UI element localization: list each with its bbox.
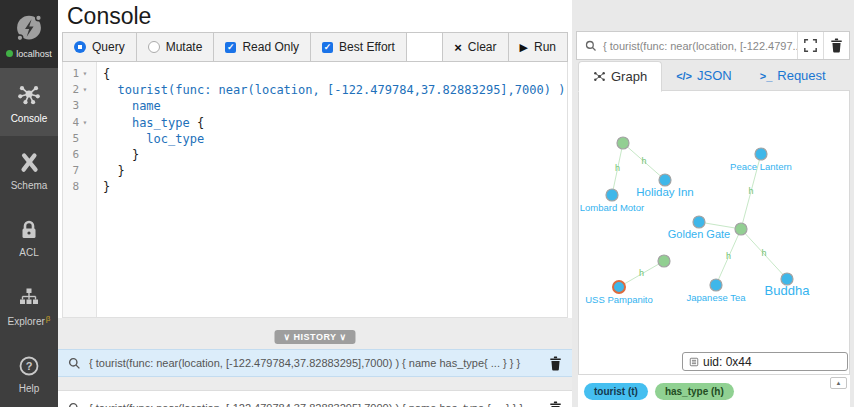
code-line[interactable]: 7 } [63, 163, 567, 179]
tab-graph[interactable]: Graph [578, 61, 662, 92]
result-query-bar: { tourist(func: near(location, [-122.479… [576, 31, 850, 60]
result-query-text: { tourist(func: near(location, [-122.479… [597, 40, 797, 52]
graph-node-g1[interactable] [617, 137, 629, 149]
svg-text:?: ? [26, 360, 33, 372]
code-text: name [96, 98, 161, 114]
graph-node-label: Japanese Tea [687, 292, 747, 303]
fold-marker-icon[interactable]: ▾ [79, 115, 91, 131]
code-text: tourist(func: near(location, [-122.47978… [96, 82, 568, 98]
code-text: has_type { [96, 115, 204, 131]
code-line[interactable]: 4▾ has_type { [63, 115, 567, 131]
page-title: Console [67, 3, 151, 30]
code-line[interactable]: 5 loc_type [63, 131, 567, 147]
lock-icon [17, 218, 41, 242]
legend-badge-has-type[interactable]: has_type (h) [655, 383, 734, 400]
result-tabs: Graph </> JSON >_ Request [578, 60, 850, 91]
graph-edge-label: h [639, 268, 644, 278]
code-text: } [96, 163, 125, 179]
sidebar: localhost Console [0, 0, 58, 407]
query-editor[interactable]: 1▾{2▾ tourist(func: near(location, [-122… [62, 62, 568, 318]
results-panel: { tourist(func: near(location, [-122.479… [576, 0, 854, 407]
line-number: 1▾ [63, 66, 96, 82]
graph-node-uss[interactable] [613, 281, 625, 293]
tab-json[interactable]: </> JSON [662, 61, 746, 91]
collapse-legend-button[interactable]: ▲ [830, 377, 847, 389]
query-toolbar: Query Mutate ✓ Read Only ✓ Best Effort ×… [62, 32, 568, 62]
graph-canvas: hhhhhhLombard MotorHoliday InnPeace Lant… [579, 91, 849, 374]
graph-node-label: Peace Lantern [730, 161, 792, 172]
tab-request[interactable]: >_ Request [746, 61, 840, 91]
dgraph-logo-icon [12, 10, 46, 44]
sidebar-item-acl[interactable]: ACL [0, 204, 58, 272]
code-line[interactable]: 1▾{ [63, 66, 567, 82]
best-effort-checkbox[interactable]: ✓ Best Effort [311, 33, 407, 61]
sidebar-item-label: Explorerβ [8, 314, 51, 327]
search-icon [68, 402, 81, 407]
sidebar-item-schema[interactable]: Schema [0, 136, 58, 204]
graph-node-peace[interactable] [755, 148, 767, 160]
sidebar-item-help[interactable]: ? Help [0, 340, 58, 407]
mutate-radio-button[interactable]: Mutate [137, 33, 215, 61]
console-graph-icon [15, 80, 43, 108]
trash-icon[interactable] [549, 401, 562, 407]
code-text: { [96, 66, 110, 82]
checkbox-checked-icon: ✓ [322, 42, 333, 53]
search-icon [585, 40, 597, 52]
run-play-icon: ▶ [520, 41, 528, 54]
explorer-tree-icon [17, 285, 41, 309]
query-radio-button[interactable]: Query [63, 33, 137, 61]
graph-viewport[interactable]: hhhhhhLombard MotorHoliday InnPeace Lant… [578, 90, 850, 375]
history-section: ∨ HISTORY ∨ { tourist(func: near(locatio… [58, 318, 572, 407]
line-number: 5 [63, 131, 96, 147]
read-only-checkbox[interactable]: ✓ Read Only [214, 33, 311, 61]
graph-node-label: Golden Gate [668, 228, 730, 240]
beta-badge: β [46, 314, 51, 323]
line-number: 7 [63, 163, 96, 179]
graph-edge-label: h [761, 248, 766, 258]
sidebar-item-explorer[interactable]: Explorerβ [0, 272, 58, 340]
trash-icon[interactable] [823, 32, 849, 59]
help-icon: ? [17, 354, 41, 378]
line-number: 2▾ [63, 82, 96, 98]
sidebar-item-localhost[interactable]: localhost [0, 0, 58, 68]
sidebar-item-label: Schema [11, 180, 48, 191]
code-text: loc_type [96, 131, 204, 147]
graph-edge-label: h [641, 156, 646, 166]
code-line[interactable]: 8} [63, 179, 567, 195]
trash-icon[interactable] [549, 356, 562, 371]
graph-node-label: Lombard Motor [580, 202, 644, 213]
graph-node-label: USS Pampanito [585, 294, 653, 305]
graph-node-lombard[interactable] [606, 189, 618, 201]
search-icon [68, 357, 81, 370]
graph-tab-icon [593, 70, 606, 83]
graph-node-holiday[interactable] [659, 174, 671, 186]
line-number: 3 [63, 98, 96, 114]
fold-marker-icon[interactable]: ▾ [79, 66, 91, 82]
run-button[interactable]: ▶ Run [509, 33, 567, 61]
history-item[interactable]: { tourist(func: near(location, [-122.479… [58, 349, 572, 377]
fold-marker-icon[interactable]: ▾ [79, 82, 91, 98]
graph-node-g2[interactable] [735, 223, 747, 235]
code-line[interactable]: 6 } [63, 147, 567, 163]
history-toggle-button[interactable]: ∨ HISTORY ∨ [274, 330, 355, 344]
sidebar-item-console[interactable]: Console [0, 68, 58, 136]
fullscreen-button[interactable] [797, 32, 823, 59]
legend-badge-tourist[interactable]: tourist (t) [584, 383, 648, 400]
connection-status-dot [6, 50, 13, 57]
terminal-prompt-icon: >_ [760, 61, 773, 91]
graph-node-japanese[interactable] [710, 279, 722, 291]
history-item[interactable]: { tourist(func: near(location, [-122.479… [58, 390, 572, 407]
code-line[interactable]: 2▾ tourist(func: near(location, [-122.47… [63, 82, 567, 98]
radio-selected-icon [74, 41, 86, 53]
graph-node-golden[interactable] [693, 216, 705, 228]
checkbox-checked-icon: ✓ [225, 42, 236, 53]
code-line[interactable]: 3 name [63, 98, 567, 114]
json-code-icon: </> [676, 61, 692, 91]
code-text: } [96, 147, 139, 163]
history-query-text: { tourist(func: near(location, [-122.479… [89, 357, 541, 369]
uid-tooltip[interactable]: uid: 0x44 [682, 352, 848, 371]
history-query-text: { tourist(func: near(location, [-122.479… [89, 402, 541, 407]
copy-icon [689, 357, 699, 367]
clear-button[interactable]: × Clear [443, 33, 508, 61]
graph-node-g3[interactable] [658, 255, 670, 267]
